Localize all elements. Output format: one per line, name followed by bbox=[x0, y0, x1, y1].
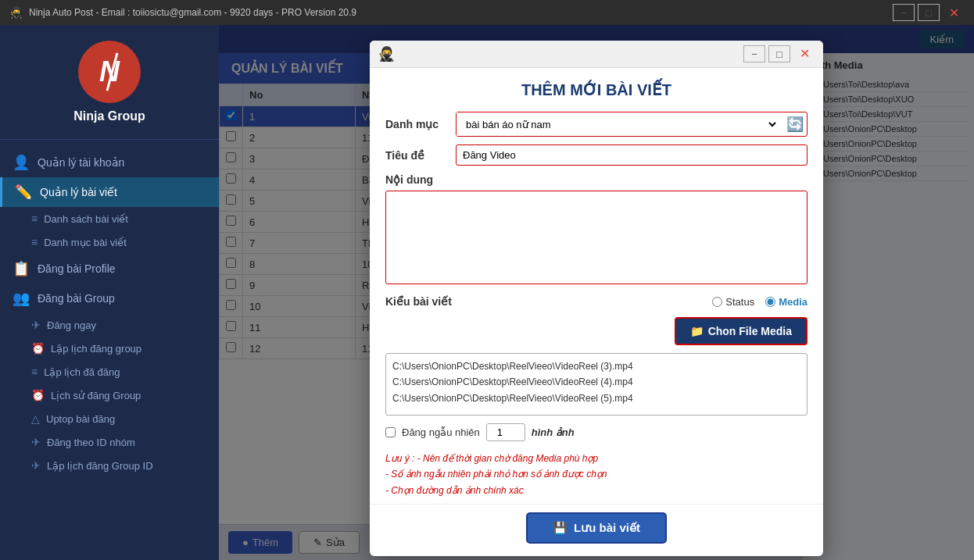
modal-dialog: 🥷 − □ ✕ THÊM MỚI BÀI VIẾT Danh mục bbox=[370, 41, 823, 556]
file-list-item: C:\Users\OnionPC\Desktop\ReelVieeo\Video… bbox=[392, 391, 800, 406]
sidebar-label-danh-muc-bai-viet: Danh mục bài viết bbox=[44, 237, 127, 248]
sidebar-item-dang-bai-profile[interactable]: 📋 Đăng bài Profile bbox=[0, 254, 219, 284]
dang-ngau-nhien-label: Đăng ngẫu nhiên bbox=[402, 426, 480, 438]
sidebar-item-quan-ly-tai-khoan[interactable]: 👤 Quản lý tài khoản bbox=[0, 148, 219, 177]
sidebar-label-dang-bai-group: Đăng bài Group bbox=[38, 292, 115, 305]
danh-muc-label: Danh mục bbox=[385, 118, 448, 130]
danh-muc-select[interactable]: bài bán áo nữ nam bbox=[457, 112, 779, 136]
sidebar-item-dang-theo-id-nhom[interactable]: ✈ Đăng theo ID nhóm bbox=[0, 430, 219, 454]
radio-status-option[interactable]: Status bbox=[712, 296, 754, 308]
modal-body: THÊM MỚI BÀI VIẾT Danh mục bài bán áo nữ… bbox=[370, 68, 823, 504]
schedule-icon: ≡ bbox=[31, 366, 38, 378]
noi-dung-textarea[interactable] bbox=[385, 191, 807, 284]
danh-muc-select-wrap: bài bán áo nữ nam 🔄 bbox=[456, 112, 807, 137]
radio-group: Status Media bbox=[712, 296, 807, 308]
note-text: Lưu ý : - Nên để thời gian chờ đăng Medi… bbox=[385, 451, 807, 498]
modal-window-controls: − □ ✕ bbox=[743, 45, 815, 62]
logo-circle: N bbox=[78, 41, 141, 103]
sidebar-label-dang-theo-id-nhom: Đăng theo ID nhóm bbox=[47, 437, 135, 448]
modal-titlebar: 🥷 − □ ✕ bbox=[370, 41, 823, 68]
sidebar-item-dang-bai-group[interactable]: 👥 Đăng bài Group bbox=[0, 284, 219, 313]
note-line: - Số ảnh ngẫu nhiên phải nhỏ hơn số ảnh … bbox=[385, 466, 807, 482]
sidebar-item-lap-lich-dang-group-id[interactable]: ✈ Lập lịch đăng Group ID bbox=[0, 454, 219, 477]
content-area: Kiếm QUẢN LÝ BÀI VIẾT No Name C bbox=[219, 25, 974, 560]
folder-icon: 📁 bbox=[690, 325, 704, 337]
window-controls: − □ ✕ bbox=[893, 4, 965, 21]
luu-bai-viet-label: Lưu bài viết bbox=[574, 521, 640, 535]
chon-file-button[interactable]: 📁 Chon File Media bbox=[675, 317, 807, 345]
group-icon: 👥 bbox=[13, 290, 30, 307]
sidebar-label-quan-ly-bai-viet: Quản lý bài viết bbox=[40, 186, 117, 198]
history-icon: ⏰ bbox=[31, 389, 45, 401]
radio-media-option[interactable]: Media bbox=[765, 296, 807, 308]
note-line: - Chọn đường dẫn ảnh chính xác bbox=[385, 483, 807, 498]
sidebar-label-lich-su-dang-group: Lịch sử đăng Group bbox=[51, 390, 141, 401]
radio-status[interactable] bbox=[712, 297, 722, 307]
sidebar-label-quan-ly-tai-khoan: Quản lý tài khoản bbox=[38, 156, 124, 169]
modal-close-button[interactable]: ✕ bbox=[793, 45, 815, 62]
radio-media[interactable] bbox=[765, 297, 775, 307]
dang-ngau-nhien-checkbox[interactable] bbox=[385, 427, 396, 437]
clock-icon: ⏰ bbox=[31, 342, 45, 355]
sidebar-item-quan-ly-bai-viet[interactable]: ✏️ Quản lý bài viết bbox=[0, 177, 219, 207]
sidebar-label-lap-lich-da-dang: Lập lịch đã đăng bbox=[44, 366, 120, 378]
modal-heading: THÊM MỚI BÀI VIẾT bbox=[385, 80, 807, 99]
kieu-bai-viet-label: Kiểu bài viết bbox=[385, 295, 452, 308]
schedule-group-icon: ✈ bbox=[31, 459, 41, 472]
user-icon: 👤 bbox=[13, 154, 30, 171]
sidebar-item-uptop-bai-dang[interactable]: △ Uptop bài đăng bbox=[0, 407, 219, 430]
sidebar-nav: 👤 Quản lý tài khoản ✏️ Quản lý bài viết … bbox=[0, 140, 219, 485]
note-line: Lưu ý : - Nên để thời gian chờ đăng Medi… bbox=[385, 451, 807, 466]
radio-status-label: Status bbox=[725, 296, 754, 308]
list-icon: ≡ bbox=[31, 212, 38, 225]
profile-icon: 📋 bbox=[13, 260, 30, 277]
tieu-de-input[interactable] bbox=[456, 144, 807, 166]
danh-muc-row: Danh mục bài bán áo nữ nam 🔄 bbox=[385, 112, 807, 137]
sidebar-item-dang-ngay[interactable]: ✈ Đăng ngay bbox=[0, 313, 219, 337]
num-input[interactable] bbox=[486, 423, 525, 441]
close-button[interactable]: ✕ bbox=[943, 4, 965, 21]
category-icon: ≡ bbox=[31, 236, 38, 248]
unit-label: hình ảnh bbox=[532, 426, 575, 438]
refresh-button[interactable]: 🔄 bbox=[783, 112, 807, 136]
modal-footer: 💾 Lưu bài viết bbox=[370, 504, 823, 556]
maximize-button[interactable]: □ bbox=[918, 4, 940, 21]
sidebar-item-lap-lich-da-dang[interactable]: ≡ Lập lịch đã đăng bbox=[0, 360, 219, 383]
modal-minimize-button[interactable]: − bbox=[743, 45, 765, 62]
id-icon: ✈ bbox=[31, 436, 41, 448]
chon-file-wrap: 📁 Chon File Media bbox=[385, 317, 807, 345]
sidebar-label-lap-lich-dang-group-id: Lập lịch đăng Group ID bbox=[47, 460, 153, 472]
tieu-de-label: Tiêu đề bbox=[385, 149, 448, 162]
sidebar-item-lich-su-dang-group[interactable]: ⏰ Lịch sử đăng Group bbox=[0, 383, 219, 407]
modal-overlay: 🥷 − □ ✕ THÊM MỚI BÀI VIẾT Danh mục bbox=[219, 25, 974, 560]
dang-ngau-nhien-row: Đăng ngẫu nhiên hình ảnh bbox=[385, 423, 807, 441]
file-list-area: C:\Users\OnionPC\Desktop\ReelVieeo\Video… bbox=[385, 353, 807, 416]
chon-file-label: Chon File Media bbox=[708, 325, 792, 337]
sidebar-item-lap-lich-dang-group[interactable]: ⏰ Lập lịch đăng group bbox=[0, 337, 219, 360]
sidebar-label-dang-bai-profile: Đăng bài Profile bbox=[38, 262, 116, 275]
noi-dung-label: Nội dung bbox=[385, 173, 807, 186]
luu-bai-viet-button[interactable]: 💾 Lưu bài viết bbox=[526, 512, 667, 544]
sidebar-item-danh-muc-bai-viet[interactable]: ≡ Danh mục bài viết bbox=[0, 230, 219, 254]
minimize-button[interactable]: − bbox=[893, 4, 915, 21]
app-title: Ninja Auto Post - Email : toiiosictu@gma… bbox=[29, 7, 893, 18]
file-list-item: C:\Users\OnionPC\Desktop\ReelVieeo\Video… bbox=[392, 358, 800, 374]
sidebar: N Ninja Group 👤 Quản lý tài khoản ✏️ Quả… bbox=[0, 25, 219, 560]
app-icon: 🥷 bbox=[9, 6, 23, 19]
sidebar-label-danh-sach-bai-viet: Danh sách bài viết bbox=[44, 213, 128, 225]
edit-icon: ✏️ bbox=[15, 184, 32, 201]
sidebar-logo: N Ninja Group bbox=[0, 25, 219, 140]
title-bar: 🥷 Ninja Auto Post - Email : toiiosictu@g… bbox=[0, 0, 974, 25]
modal-ninja-icon: 🥷 bbox=[378, 45, 395, 62]
modal-maximize-button[interactable]: □ bbox=[768, 45, 790, 62]
sidebar-label-dang-ngay: Đăng ngay bbox=[47, 319, 96, 331]
sidebar-label-lap-lich-dang-group: Lập lịch đăng group bbox=[51, 343, 141, 355]
save-icon: 💾 bbox=[553, 521, 568, 535]
kieu-bai-viet-row: Kiểu bài viết Status Media bbox=[385, 295, 807, 308]
tieu-de-row: Tiêu đề bbox=[385, 144, 807, 166]
radio-media-label: Media bbox=[779, 296, 807, 308]
uptop-icon: △ bbox=[31, 412, 40, 425]
sidebar-label-uptop-bai-dang: Uptop bài đăng bbox=[46, 413, 115, 425]
sidebar-item-danh-sach-bai-viet[interactable]: ≡ Danh sách bài viết bbox=[0, 207, 219, 230]
send-icon: ✈ bbox=[31, 319, 41, 331]
